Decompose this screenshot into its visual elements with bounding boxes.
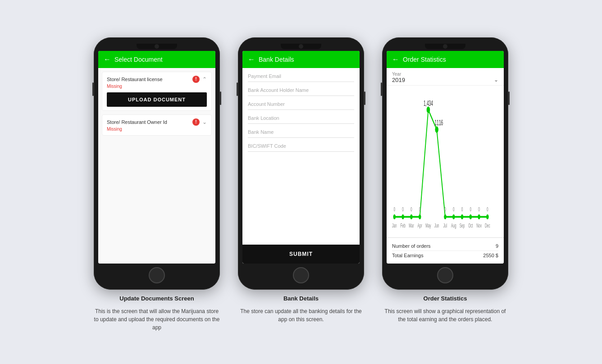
phone3-notch bbox=[425, 44, 465, 49]
year-selector[interactable]: Year 2019 ⌄ bbox=[387, 68, 504, 86]
phone3-screen: ← Order Statistics Year 2019 ⌄ bbox=[387, 51, 504, 264]
phone2-home-btn[interactable] bbox=[293, 267, 309, 283]
stats-earnings-value: 2550 $ bbox=[483, 253, 498, 258]
svg-text:Mar: Mar bbox=[409, 222, 414, 228]
phone3-side-left bbox=[381, 82, 382, 96]
stats-table: Number of orders 9 Total Earnings 2550 $ bbox=[387, 237, 504, 264]
svg-point-8 bbox=[461, 214, 464, 219]
phone3-header: ← Order Statistics bbox=[387, 51, 504, 68]
svg-point-6 bbox=[444, 214, 447, 219]
svg-text:Feb: Feb bbox=[400, 222, 406, 228]
svg-text:0: 0 bbox=[402, 206, 404, 212]
phone2-screen: ← Bank Details Payment Email Bank Accoun… bbox=[242, 51, 360, 264]
stats-earnings-label: Total Earnings bbox=[392, 253, 424, 258]
stats-orders-value: 9 bbox=[496, 243, 498, 249]
svg-text:0: 0 bbox=[478, 206, 480, 212]
year-chevron-down-icon[interactable]: ⌄ bbox=[494, 77, 498, 83]
svg-text:0: 0 bbox=[444, 206, 446, 212]
svg-text:0: 0 bbox=[487, 206, 488, 212]
holder-name-label: Bank Account Holder Name bbox=[248, 87, 354, 93]
chevron-down-icon-2[interactable]: ⌄ bbox=[202, 119, 207, 125]
phone1-header-title: Select Document bbox=[114, 56, 163, 63]
svg-text:0: 0 bbox=[410, 206, 412, 212]
svg-point-2 bbox=[410, 214, 413, 219]
svg-text:1116: 1116 bbox=[435, 118, 443, 127]
svg-text:Jun: Jun bbox=[434, 222, 439, 228]
phone1-side-left bbox=[92, 82, 94, 96]
svg-text:1,434: 1,434 bbox=[424, 99, 433, 107]
svg-point-1 bbox=[401, 214, 404, 219]
phone1-frame: ← Select Document Store/ Restaurant lice… bbox=[94, 37, 220, 290]
phone3-container: ← Order Statistics Year 2019 ⌄ bbox=[382, 37, 508, 323]
svg-text:0: 0 bbox=[419, 206, 421, 212]
svg-text:Dec: Dec bbox=[485, 222, 490, 228]
svg-point-9 bbox=[469, 214, 472, 219]
phone1-container: ← Select Document Store/ Restaurant lice… bbox=[94, 37, 220, 332]
bank-fields: Payment Email Bank Account Holder Name A… bbox=[242, 68, 360, 245]
year-label: Year bbox=[392, 72, 498, 77]
chart-svg: 1,434 1116 0 0 0 0 0 0 0 0 0 0 bbox=[390, 89, 500, 237]
svg-text:Oct: Oct bbox=[468, 222, 473, 228]
phone2-bank-screen: Payment Email Bank Account Holder Name A… bbox=[242, 68, 360, 264]
payment-email-label: Payment Email bbox=[248, 73, 354, 79]
stats-row-orders: Number of orders 9 bbox=[392, 241, 498, 251]
bank-submit-button[interactable]: SUBMIT bbox=[242, 245, 360, 264]
phone2-container: ← Bank Details Payment Email Bank Accoun… bbox=[238, 37, 364, 323]
phone2-header: ← Bank Details bbox=[242, 51, 360, 68]
bank-field-payment-email: Payment Email bbox=[248, 68, 354, 82]
doc-item-2-title: Store/ Restaurant Owner Id bbox=[107, 119, 167, 125]
year-value-row: 2019 ⌄ bbox=[392, 77, 498, 83]
phone1-caption-title: Update Documents Screen bbox=[119, 295, 194, 302]
phone3-back-arrow[interactable]: ← bbox=[392, 55, 399, 64]
phone3-frame: ← Order Statistics Year 2019 ⌄ bbox=[382, 37, 508, 290]
phone2-caption-title: Bank Details bbox=[283, 295, 319, 302]
svg-text:Apr: Apr bbox=[418, 222, 423, 228]
upload-document-button[interactable]: UPLOAD DOCUMENT bbox=[107, 92, 207, 107]
doc-item-2-status: Missing bbox=[107, 127, 207, 132]
phone1-notch bbox=[137, 44, 177, 49]
phone3-header-title: Order Statistics bbox=[403, 56, 446, 63]
bank-field-bank-name: Bank Name bbox=[248, 124, 354, 138]
svg-point-3 bbox=[419, 214, 421, 219]
phone3-side-right bbox=[508, 91, 510, 105]
svg-point-10 bbox=[478, 214, 480, 219]
bank-location-label: Bank Location bbox=[248, 115, 354, 121]
doc-item-1-status: Missing bbox=[107, 84, 207, 89]
phone3-caption-title: Order Statistics bbox=[424, 295, 467, 302]
phone2-frame: ← Bank Details Payment Email Bank Accoun… bbox=[238, 37, 364, 290]
warning-icon-1: ! bbox=[192, 76, 200, 83]
svg-text:0: 0 bbox=[453, 206, 455, 212]
doc-item-1: Store/ Restaurant license ! ⌃ Missing UP… bbox=[102, 72, 212, 111]
doc-item-1-icons: ! ⌃ bbox=[192, 76, 207, 83]
phone2-back-arrow[interactable]: ← bbox=[248, 55, 255, 64]
phone1-home-btn[interactable] bbox=[149, 267, 165, 283]
phone1-back-arrow[interactable]: ← bbox=[104, 55, 111, 64]
phone1-screen: ← Select Document Store/ Restaurant lice… bbox=[98, 51, 215, 264]
account-number-label: Account Number bbox=[248, 101, 354, 107]
phone1-doc-screen: Store/ Restaurant license ! ⌃ Missing UP… bbox=[98, 68, 215, 264]
bank-field-holder-name: Bank Account Holder Name bbox=[248, 82, 354, 96]
doc-item-2-row: Store/ Restaurant Owner Id ! ⌄ bbox=[107, 118, 207, 126]
phone2-caption-desc: The store can update all the banking det… bbox=[238, 307, 364, 323]
svg-text:Nov: Nov bbox=[476, 222, 482, 228]
chart-area: 1,434 1116 0 0 0 0 0 0 0 0 0 0 bbox=[387, 86, 504, 237]
year-value: 2019 bbox=[392, 77, 405, 83]
bank-name-label: Bank Name bbox=[248, 129, 354, 135]
svg-point-0 bbox=[393, 214, 396, 219]
stats-row-earnings: Total Earnings 2550 $ bbox=[392, 251, 498, 260]
doc-item-1-title: Store/ Restaurant license bbox=[107, 77, 163, 82]
svg-text:May: May bbox=[425, 222, 431, 228]
doc-item-1-row: Store/ Restaurant license ! ⌃ bbox=[107, 76, 207, 83]
bic-swift-label: BIC/SWIFT Code bbox=[248, 143, 354, 149]
bank-field-bank-location: Bank Location bbox=[248, 110, 354, 124]
phone3-home-btn[interactable] bbox=[437, 267, 453, 283]
bank-field-bic-swift: BIC/SWIFT Code bbox=[248, 138, 354, 152]
phone3-caption-desc: This screen will show a graphical repres… bbox=[382, 307, 508, 323]
svg-point-7 bbox=[452, 214, 455, 219]
svg-point-4 bbox=[427, 106, 430, 113]
svg-text:0: 0 bbox=[470, 206, 471, 212]
doc-item-2-icons: ! ⌄ bbox=[192, 118, 207, 126]
svg-point-5 bbox=[435, 126, 438, 133]
phone1-side-right bbox=[220, 91, 221, 105]
chevron-up-icon-1[interactable]: ⌃ bbox=[202, 76, 207, 82]
